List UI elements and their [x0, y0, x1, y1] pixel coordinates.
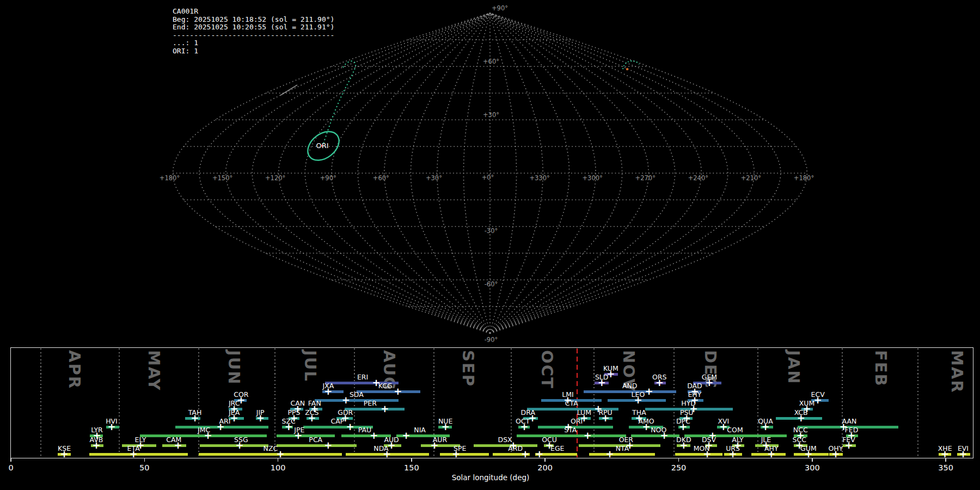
- shower-peak-marker: +: [761, 422, 770, 431]
- shower-peak-marker: +: [626, 441, 634, 450]
- shower-peak-marker: +: [601, 414, 610, 422]
- shower-peak-marker: +: [655, 378, 664, 387]
- shower-peak-marker: +: [535, 450, 544, 458]
- shower-peak-marker: +: [430, 441, 439, 450]
- shower-peak-marker: +: [216, 422, 225, 431]
- x-tick-mark: [544, 458, 546, 462]
- shower-peak-marker: +: [634, 396, 642, 405]
- shower-peak-marker: +: [728, 450, 737, 458]
- month-boundary-line: [274, 348, 275, 457]
- shower-peak-marker: +: [107, 422, 116, 431]
- month-label: JAN: [785, 350, 803, 385]
- shower-peak-marker: +: [324, 441, 333, 450]
- shower-peak-marker: +: [402, 431, 411, 440]
- shower-peak-marker: +: [256, 414, 265, 422]
- x-tick-label: 0: [0, 463, 23, 472]
- shower-peak-marker: +: [394, 387, 402, 396]
- shower-bar: [440, 453, 489, 456]
- shower-peak-marker: +: [719, 422, 728, 431]
- x-tick-label: 150: [400, 463, 424, 472]
- shower-peak-marker: +: [796, 431, 805, 440]
- shower-peak-marker: +: [452, 450, 461, 458]
- shower-peak-marker: +: [191, 414, 199, 422]
- shower-peak-marker: +: [383, 450, 391, 458]
- shower-peak-marker: +: [847, 431, 856, 440]
- month-label: MAR: [948, 350, 966, 394]
- shower-peak-marker: +: [372, 378, 381, 387]
- shower-peak-marker: +: [308, 414, 316, 422]
- shower-peak-marker: +: [235, 441, 244, 450]
- shower-peak-marker: +: [381, 405, 389, 413]
- x-tick-mark: [678, 458, 679, 462]
- month-boundary-line: [40, 348, 41, 457]
- shower-peak-marker: +: [831, 450, 840, 458]
- shower-peak-marker: +: [230, 414, 238, 422]
- shower-peak-marker: +: [60, 450, 69, 458]
- shower-peak-marker: +: [92, 441, 101, 450]
- x-tick-mark: [411, 458, 412, 462]
- shower-bar: [89, 453, 188, 456]
- shower-code-label: HYD: [673, 399, 704, 407]
- shower-peak-marker: +: [660, 431, 669, 440]
- shower-peak-marker: +: [795, 441, 804, 450]
- x-tick-label: 50: [132, 463, 156, 472]
- shower-bar: [675, 453, 722, 456]
- month-label: APR: [65, 350, 84, 389]
- shower-peak-marker: +: [93, 431, 101, 440]
- month-label: SEP: [459, 350, 477, 387]
- month-label: OCT: [538, 350, 556, 389]
- shower-peak-marker: +: [370, 431, 378, 440]
- shower-peak-marker: +: [941, 450, 950, 458]
- shower-peak-marker: +: [705, 378, 714, 387]
- shower-peak-marker: +: [804, 450, 813, 458]
- shower-peak-marker: +: [520, 422, 529, 431]
- shower-code-label: AUR: [425, 436, 455, 444]
- shower-peak-marker: +: [564, 396, 572, 405]
- x-axis-title: Solar longitude (deg): [382, 473, 599, 482]
- shower-peak-marker: +: [324, 387, 333, 396]
- shower-peak-marker: +: [521, 450, 530, 458]
- shower-peak-marker: +: [797, 414, 805, 422]
- month-boundary-line: [119, 348, 120, 457]
- shower-peak-marker: +: [545, 441, 554, 450]
- shower-peak-marker: +: [583, 431, 592, 440]
- shower-code-label: AND: [615, 382, 645, 390]
- shower-peak-marker: +: [607, 370, 615, 378]
- radiant-map-screenshot: +90°+60°+30°+0°-30°-60°-90°+180°+150°+12…: [0, 0, 980, 490]
- shower-peak-marker: +: [642, 422, 651, 431]
- shower-peak-marker: +: [813, 396, 822, 405]
- shower-peak-marker: +: [703, 450, 712, 458]
- x-tick-mark: [144, 458, 145, 462]
- x-tick-label: 250: [667, 463, 691, 472]
- shower-bar: [199, 453, 342, 456]
- shower-peak-marker: +: [129, 450, 138, 458]
- x-tick-label: 300: [800, 463, 824, 472]
- shower-peak-marker: +: [597, 378, 606, 387]
- shower-bar: [589, 453, 655, 456]
- shower-peak-marker: +: [959, 450, 967, 458]
- activity-timeline-chart: Solar longitude (deg) APRMAYJUNJULAUGSEP…: [0, 0, 980, 490]
- x-tick-mark: [10, 458, 11, 462]
- shower-bar: [277, 444, 357, 447]
- month-boundary-line: [198, 348, 199, 457]
- shower-peak-marker: +: [204, 431, 212, 440]
- shower-peak-marker: +: [839, 422, 848, 431]
- x-tick-label: 200: [533, 463, 557, 472]
- shower-peak-marker: +: [276, 450, 285, 458]
- shower-peak-marker: +: [767, 450, 776, 458]
- shower-peak-marker: +: [284, 422, 293, 431]
- month-label: FEB: [872, 350, 890, 387]
- x-tick-label: 100: [266, 463, 290, 472]
- month-label: JUL: [301, 350, 320, 382]
- shower-peak-marker: +: [441, 422, 450, 431]
- shower-peak-marker: +: [645, 387, 653, 396]
- shower-peak-marker: +: [844, 441, 853, 450]
- shower-peak-marker: +: [580, 414, 589, 422]
- shower-peak-marker: +: [341, 396, 350, 405]
- shower-peak-marker: +: [174, 441, 182, 450]
- shower-peak-marker: +: [708, 431, 717, 440]
- shower-peak-marker: +: [679, 422, 688, 431]
- shower-peak-marker: +: [346, 422, 354, 431]
- month-label: MAY: [145, 350, 163, 391]
- shower-peak-marker: +: [528, 414, 537, 422]
